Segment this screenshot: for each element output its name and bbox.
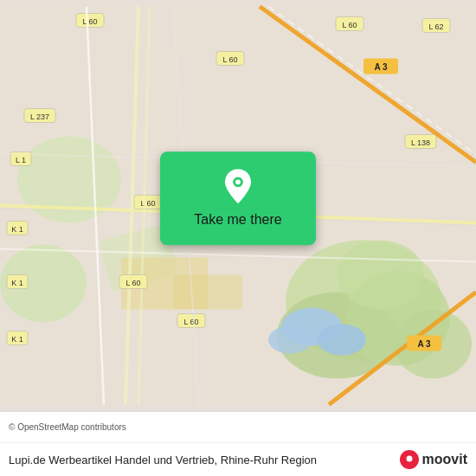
svg-point-7 xyxy=(318,325,366,356)
svg-text:L 60: L 60 xyxy=(82,17,97,26)
svg-point-8 xyxy=(268,326,312,354)
location-pin-icon xyxy=(221,169,255,203)
moovit-logo: moovit xyxy=(400,450,467,469)
svg-text:K 1: K 1 xyxy=(11,279,23,287)
moovit-label: moovit xyxy=(422,452,467,467)
app-container: A 3 A 3 L 60 L 60 L 60 L 237 L 1 xyxy=(0,0,476,476)
svg-text:L 237: L 237 xyxy=(30,113,49,121)
svg-text:L 60: L 60 xyxy=(342,21,357,29)
map-attribution: © OpenStreetMap contributors xyxy=(9,422,126,432)
svg-point-4 xyxy=(338,241,424,310)
footer: Lupi.de Werbeartikel Handel und Vertrieb… xyxy=(0,442,476,476)
location-name: Lupi.de Werbeartikel Handel und Vertrieb… xyxy=(9,453,400,466)
attribution-bar: © OpenStreetMap contributors xyxy=(0,411,476,442)
svg-point-48 xyxy=(235,179,241,184)
svg-text:L 60: L 60 xyxy=(183,318,198,326)
svg-text:K 1: K 1 xyxy=(11,225,23,234)
svg-text:A 3: A 3 xyxy=(374,62,388,72)
moovit-icon xyxy=(400,450,419,469)
svg-rect-13 xyxy=(173,275,242,310)
svg-text:L 60: L 60 xyxy=(140,199,155,208)
location-card[interactable]: Take me there xyxy=(160,151,316,245)
svg-text:K 1: K 1 xyxy=(11,335,23,344)
map-area[interactable]: A 3 A 3 L 60 L 60 L 60 L 237 L 1 xyxy=(0,0,476,411)
svg-text:L 138: L 138 xyxy=(411,138,430,147)
svg-text:L 60: L 60 xyxy=(222,55,237,64)
svg-text:L 1: L 1 xyxy=(16,156,26,164)
svg-text:L 60: L 60 xyxy=(125,279,140,287)
svg-point-50 xyxy=(406,456,412,462)
take-me-there-button[interactable]: Take me there xyxy=(194,212,281,228)
svg-text:A 3: A 3 xyxy=(417,339,431,349)
svg-text:L 62: L 62 xyxy=(428,23,443,31)
